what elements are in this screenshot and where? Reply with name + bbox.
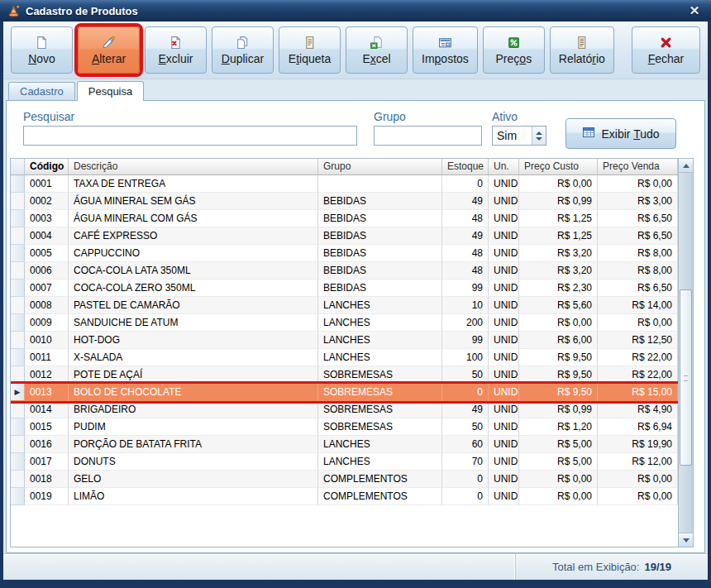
header-estoque[interactable]: Estoque: [442, 159, 489, 174]
cell-descricao: ÁGUA MINERAL COM GÁS: [69, 210, 318, 227]
cell-grupo: COMPLEMENTOS: [318, 471, 442, 488]
cell-preco-venda: R$ 15,00: [598, 384, 678, 401]
spin-down-icon[interactable]: [536, 137, 542, 141]
ativo-spinner[interactable]: Sim: [492, 126, 546, 146]
status-panel-total: Total em Exibição: 19/19: [516, 554, 708, 580]
table-row[interactable]: 0017 DONUTS LANCHES 70 UNID R$ 5,00 R$ 1…: [11, 453, 678, 471]
table-row[interactable]: 0016 PORÇÃO DE BATATA FRITA LANCHES 60 U…: [11, 436, 678, 453]
header-descricao[interactable]: Descrição: [69, 159, 318, 174]
duplicar-button[interactable]: Duplicar: [212, 26, 274, 74]
scrollbar-thumb[interactable]: [680, 289, 692, 466]
cell-descricao: PASTEL DE CAMARÃO: [69, 297, 318, 314]
copy-pages-icon: [236, 36, 250, 50]
cell-codigo: 0018: [25, 471, 69, 488]
window-close-button[interactable]: ✕: [685, 2, 704, 20]
cell-grupo: BEBIDAS: [318, 245, 442, 262]
close-x-red-icon: [659, 36, 673, 50]
relatorio-button-label: Relatório: [559, 52, 605, 65]
relatorio-button[interactable]: Relatório: [550, 26, 614, 74]
cell-un: UNID: [489, 436, 519, 453]
ativo-label: Ativo: [492, 110, 518, 123]
cell-preco-custo: R$ 1,25: [519, 227, 598, 245]
header-codigo[interactable]: Código: [25, 159, 69, 174]
ativo-value[interactable]: Sim: [493, 127, 532, 145]
cell-preco-custo: R$ 1,25: [519, 210, 598, 227]
excel-button[interactable]: Excel: [346, 26, 408, 74]
table-row[interactable]: 0004 CAFÉ EXPRESSO BEBIDAS 49 UNID R$ 1,…: [11, 227, 678, 245]
alterar-button[interactable]: Alterar: [78, 26, 140, 74]
cell-un: UNID: [489, 175, 519, 193]
cell-estoque: 50: [442, 418, 489, 436]
cell-grupo: BEBIDAS: [318, 193, 442, 210]
table-row[interactable]: 0015 PUDIM SOBREMESAS 50 UNID R$ 1,20 R$…: [11, 418, 678, 436]
fechar-button-label: Fechar: [648, 52, 685, 65]
cell-estoque: 0: [442, 175, 489, 193]
cell-grupo: COMPLEMENTOS: [318, 488, 442, 505]
window-title: Cadastro de Produtos: [26, 5, 138, 17]
cell-grupo: LANCHES: [318, 297, 442, 314]
precos-button[interactable]: Preços: [483, 26, 545, 74]
table-row[interactable]: 0018 GELO COMPLEMENTOS 0 UNID R$ 0,00 R$…: [11, 471, 678, 488]
table-row[interactable]: 0003 ÁGUA MINERAL COM GÁS BEBIDAS 48 UNI…: [11, 210, 678, 227]
exibir-tudo-button[interactable]: Exibir Tudo: [565, 118, 676, 149]
status-bar: Total em Exibição: 19/19: [3, 553, 708, 580]
table-row[interactable]: 0019 LIMÃO COMPLEMENTOS 0 UNID R$ 0,00 R…: [11, 488, 678, 505]
table-row[interactable]: 0008 PASTEL DE CAMARÃO LANCHES 10 UNID R…: [11, 297, 678, 314]
row-indicator-cell: [11, 418, 25, 436]
impostos-button[interactable]: Impostos: [413, 26, 478, 74]
header-preco-custo[interactable]: Preço Custo: [519, 159, 598, 174]
cell-estoque: 49: [442, 193, 489, 210]
cell-descricao: COCA-COLA ZERO 350ML: [69, 280, 318, 297]
cell-un: UNID: [489, 384, 519, 401]
cell-grupo: BEBIDAS: [318, 262, 442, 280]
fechar-button[interactable]: Fechar: [632, 26, 700, 74]
table-row[interactable]: 0012 POTE DE AÇAÍ SOBREMESAS 50 UNID R$ …: [11, 366, 678, 384]
grupo-input[interactable]: [374, 126, 482, 146]
scroll-down-button[interactable]: [679, 533, 693, 547]
scroll-up-button[interactable]: [679, 159, 693, 173]
cell-un: UNID: [489, 453, 519, 471]
table-row[interactable]: 0005 CAPPUCCINO BEBIDAS 48 UNID R$ 3,20 …: [11, 245, 678, 262]
row-indicator-cell: [11, 332, 25, 349]
cell-un: UNID: [489, 210, 519, 227]
cell-grupo: SOBREMESAS: [318, 418, 442, 436]
novo-button[interactable]: Novo: [11, 26, 73, 74]
table-row[interactable]: 0014 BRIGADEIRO SOBREMESAS 49 UNID R$ 0,…: [11, 401, 678, 418]
table-row[interactable]: 0007 COCA-COLA ZERO 350ML BEBIDAS 99 UNI…: [11, 280, 678, 297]
header-grupo[interactable]: Grupo: [318, 159, 442, 174]
tab-cadastro[interactable]: Cadastro: [8, 82, 75, 100]
table-row[interactable]: ▶ 0013 BOLO DE CHOCOLATE SOBREMESAS 0 UN…: [11, 384, 678, 401]
cell-descricao: DONUTS: [69, 453, 318, 471]
vertical-scrollbar: [678, 159, 693, 547]
ativo-spin-buttons: [532, 127, 546, 145]
excel-button-label: Excel: [362, 52, 390, 65]
status-panel-left: [3, 554, 516, 580]
cell-codigo: 0007: [25, 280, 69, 297]
header-preco-venda[interactable]: Preço Venda: [598, 159, 678, 174]
table-row[interactable]: 0009 SANDUICHE DE ATUM LANCHES 200 UNID …: [11, 314, 678, 332]
cell-preco-venda: R$ 14,00: [598, 297, 678, 314]
table-row[interactable]: 0006 COCA-COLA LATA 350ML BEBIDAS 48 UNI…: [11, 262, 678, 280]
etiqueta-button[interactable]: Etiqueta: [279, 26, 341, 74]
table-row[interactable]: 0011 X-SALADA LANCHES 100 UNID R$ 9,50 R…: [11, 349, 678, 366]
table-row[interactable]: 0010 HOT-DOG LANCHES 99 UNID R$ 6,00 R$ …: [11, 332, 678, 349]
scrollbar-track[interactable]: [679, 173, 693, 533]
excluir-button[interactable]: Excluir: [145, 26, 207, 74]
header-un[interactable]: Un.: [489, 159, 519, 174]
cell-estoque: 99: [442, 280, 489, 297]
cell-descricao: PORÇÃO DE BATATA FRITA: [69, 436, 318, 453]
pesquisar-input[interactable]: [23, 126, 357, 146]
row-indicator-cell: [11, 193, 25, 210]
etiqueta-button-label: Etiqueta: [289, 52, 331, 65]
tab-pesquisa[interactable]: Pesquisa: [77, 81, 144, 101]
table-row[interactable]: 0002 ÁGUA MINERAL SEM GÁS BEBIDAS 49 UNI…: [11, 193, 678, 210]
spin-up-icon[interactable]: [536, 131, 542, 135]
cell-un: UNID: [489, 349, 519, 366]
cell-estoque: 48: [442, 245, 489, 262]
row-indicator-cell: [11, 314, 25, 332]
title-bar: Cadastro de Produtos ✕: [0, 0, 711, 22]
cell-estoque: 50: [442, 366, 489, 384]
page-panel: Pesquisar Grupo Ativo Sim Exibir Tudo: [6, 100, 705, 553]
cell-un: UNID: [489, 401, 519, 418]
table-row[interactable]: 0001 TAXA DE ENTREGA 0 UNID R$ 0,00 R$ 0…: [11, 175, 678, 193]
